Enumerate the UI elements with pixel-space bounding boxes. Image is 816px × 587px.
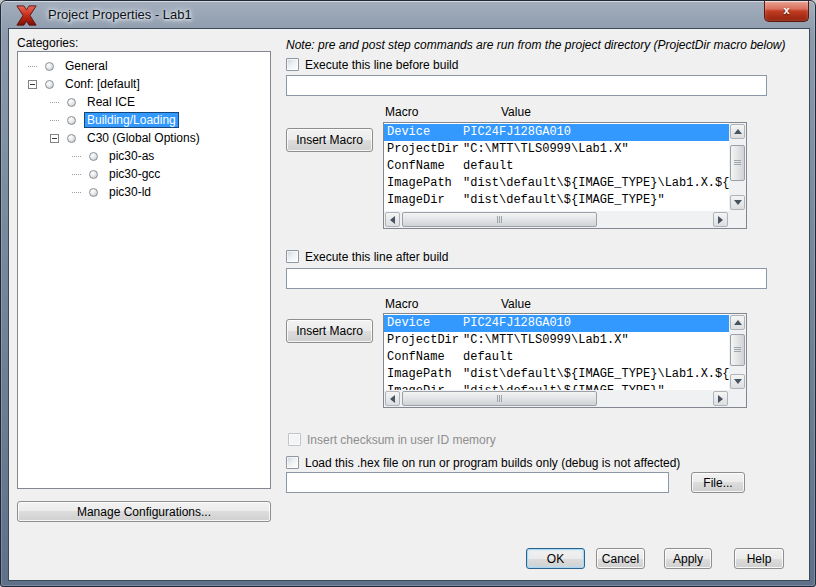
vertical-scroll-thumb[interactable] <box>730 145 745 181</box>
execute-before-build-checkbox[interactable] <box>286 58 299 71</box>
macro-row-device[interactable]: Device PIC24FJ128GA010 <box>384 315 729 332</box>
macro-row-device[interactable]: Device PIC24FJ128GA010 <box>384 124 729 141</box>
tree-item-label: pic30-ld <box>106 184 154 200</box>
vertical-scrollbar[interactable] <box>729 123 746 211</box>
project-properties-dialog: Project Properties - Lab1 x Categories: … <box>0 0 816 587</box>
close-icon: x <box>783 4 789 16</box>
tree-connector <box>72 156 81 157</box>
tree-connector <box>50 120 59 121</box>
titlebar[interactable]: Project Properties - Lab1 x <box>1 1 815 29</box>
collapse-expander-icon[interactable] <box>28 80 37 89</box>
categories-tree: General Conf: [default] Real ICE Buildin… <box>17 51 271 489</box>
horizontal-scroll-thumb[interactable] <box>402 391 597 406</box>
window-title: Project Properties - Lab1 <box>48 7 192 22</box>
macro-row-projectdir[interactable]: ProjectDir "C:\MTT\TLS0999\Lab1.X" <box>384 332 729 349</box>
insert-checksum-label: Insert checksum in user ID memory <box>307 433 496 447</box>
scroll-left-arrow-icon[interactable] <box>385 391 400 406</box>
scroll-down-arrow-icon[interactable] <box>730 195 745 210</box>
macro-row-imagedir[interactable]: ImageDir "dist\default\${IMAGE_TYPE}" <box>384 383 729 390</box>
scroll-right-arrow-icon[interactable] <box>713 391 728 406</box>
tree-item-label: pic30-as <box>106 148 157 164</box>
horizontal-scrollbar[interactable] <box>384 211 729 228</box>
macro-row-imagepath[interactable]: ImagePath "dist\default\${IMAGE_TYPE}\La… <box>384 175 729 192</box>
tree-node-icon <box>89 170 98 179</box>
vertical-scroll-thumb[interactable] <box>730 334 745 366</box>
macro-rows: Device PIC24FJ128GA010 ProjectDir "C:\MT… <box>384 314 729 390</box>
macro-column-header: Macro <box>385 297 418 311</box>
scroll-right-arrow-icon[interactable] <box>713 212 728 227</box>
tree-item-building-loading[interactable]: Building/Loading <box>18 111 270 129</box>
macro-list-after: Device PIC24FJ128GA010 ProjectDir "C:\MT… <box>383 313 747 408</box>
tree-item-conf-default[interactable]: Conf: [default] <box>18 75 270 93</box>
help-button[interactable]: Help <box>734 548 784 569</box>
tree-node-icon <box>89 152 98 161</box>
tree-connector <box>28 66 37 67</box>
collapse-expander-icon[interactable] <box>50 134 59 143</box>
mplab-x-app-icon <box>16 5 37 26</box>
macro-column-header: Macro <box>385 105 418 119</box>
load-hex-checkbox[interactable] <box>286 456 299 469</box>
tree-item-label: Conf: [default] <box>62 76 143 92</box>
macro-row-imagepath[interactable]: ImagePath "dist\default\${IMAGE_TYPE}\La… <box>384 366 729 383</box>
value-column-header: Value <box>501 105 531 119</box>
tree-item-label: C30 (Global Options) <box>84 130 203 146</box>
tree-item-general[interactable]: General <box>18 57 270 75</box>
dialog-body: Categories: General Conf: [default] Real… <box>9 29 809 580</box>
macro-row-confname[interactable]: ConfName default <box>384 349 729 366</box>
tree-item-pic30-gcc[interactable]: pic30-gcc <box>18 165 270 183</box>
scroll-left-arrow-icon[interactable] <box>385 212 400 227</box>
tree-item-label: Real ICE <box>84 94 138 110</box>
tree-node-icon <box>45 80 54 89</box>
tree-item-label: General <box>62 58 111 74</box>
scroll-up-arrow-icon[interactable] <box>730 315 745 330</box>
tree-item-pic30-ld[interactable]: pic30-ld <box>18 183 270 201</box>
vertical-scrollbar[interactable] <box>729 314 746 390</box>
tree-item-label-selected: Building/Loading <box>84 112 179 128</box>
tree-node-icon <box>89 188 98 197</box>
execute-after-build-label: Execute this line after build <box>305 250 448 264</box>
close-button[interactable]: x <box>764 1 809 22</box>
macro-row-projectdir[interactable]: ProjectDir "C:\MTT\TLS0999\Lab1.X" <box>384 141 729 158</box>
tree-connector <box>72 174 81 175</box>
scroll-up-arrow-icon[interactable] <box>730 124 745 139</box>
hex-file-path-input[interactable] <box>286 472 669 493</box>
scrollbar-corner <box>729 211 746 228</box>
tree-node-icon <box>67 98 76 107</box>
scroll-down-arrow-icon[interactable] <box>730 374 745 389</box>
execute-after-build-checkbox[interactable] <box>286 250 299 263</box>
insert-checksum-checkbox <box>288 433 301 446</box>
macro-row-confname[interactable]: ConfName default <box>384 158 729 175</box>
after-build-command-input[interactable] <box>286 268 767 289</box>
tree-node-icon <box>67 116 76 125</box>
before-build-command-input[interactable] <box>286 75 767 96</box>
tree-item-real-ice[interactable]: Real ICE <box>18 93 270 111</box>
tree-node-icon <box>45 62 54 71</box>
file-browse-button[interactable]: File... <box>691 472 745 493</box>
insert-macro-button-after[interactable]: Insert Macro <box>286 319 373 343</box>
tree-item-label: pic30-gcc <box>106 166 163 182</box>
tree-item-pic30-as[interactable]: pic30-as <box>18 147 270 165</box>
tree-node-icon <box>67 134 76 143</box>
cancel-button[interactable]: Cancel <box>596 548 645 569</box>
note-text: Note: pre and post step commands are run… <box>286 38 786 52</box>
horizontal-scrollbar[interactable] <box>384 390 729 407</box>
horizontal-scroll-thumb[interactable] <box>402 212 597 227</box>
manage-configurations-button[interactable]: Manage Configurations... <box>17 501 271 522</box>
execute-before-build-label: Execute this line before build <box>305 58 458 72</box>
apply-button[interactable]: Apply <box>664 548 712 569</box>
ok-button[interactable]: OK <box>526 548 585 569</box>
value-column-header: Value <box>501 297 531 311</box>
scrollbar-corner <box>729 390 746 407</box>
load-hex-label: Load this .hex file on run or program bu… <box>305 456 680 470</box>
macro-rows: Device PIC24FJ128GA010 ProjectDir "C:\MT… <box>384 123 729 211</box>
macro-list-before: Device PIC24FJ128GA010 ProjectDir "C:\MT… <box>383 122 747 229</box>
categories-label: Categories: <box>17 36 78 50</box>
insert-macro-button-before[interactable]: Insert Macro <box>286 128 373 152</box>
tree-connector <box>50 102 59 103</box>
tree-item-c30-global-options[interactable]: C30 (Global Options) <box>18 129 270 147</box>
tree-connector <box>72 192 81 193</box>
macro-row-imagedir[interactable]: ImageDir "dist\default\${IMAGE_TYPE}" <box>384 192 729 209</box>
